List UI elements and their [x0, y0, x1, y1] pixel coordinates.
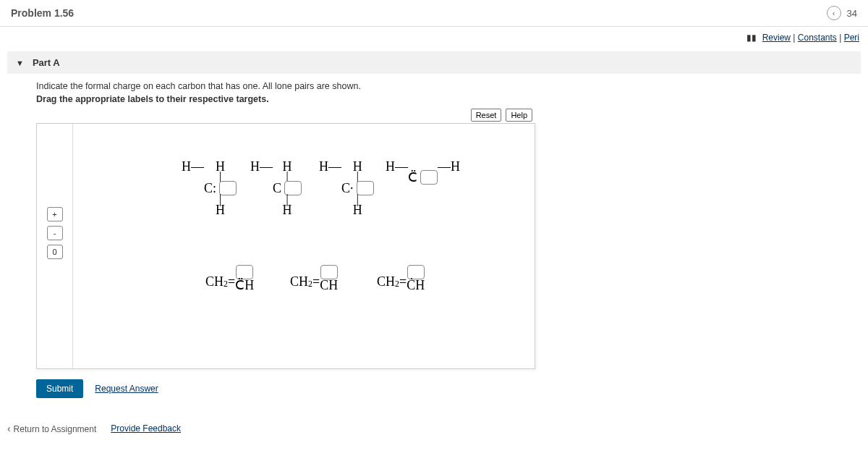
help-button[interactable]: Help — [506, 109, 532, 122]
part-header[interactable]: ▼ Part A — [7, 51, 861, 74]
reset-button[interactable]: Reset — [471, 109, 502, 122]
label-minus[interactable]: - — [47, 226, 63, 240]
target-7[interactable] — [407, 265, 425, 279]
prev-arrow[interactable]: ‹ — [827, 6, 841, 20]
canvas[interactable]: H— H | C: | H H— H | C | H — [73, 124, 535, 368]
submit-button[interactable]: Submit — [36, 379, 83, 398]
target-6[interactable] — [320, 265, 338, 279]
target-4[interactable] — [420, 170, 438, 185]
part-label: Part A — [33, 57, 60, 68]
mol-5: CH2= C̈H — [205, 265, 254, 290]
feedback-link[interactable]: Provide Feedback — [111, 423, 181, 434]
constants-link[interactable]: Constants — [798, 33, 837, 43]
chevron-down-icon: ▼ — [16, 59, 24, 67]
mol-2: H— H | C | H — [250, 160, 302, 216]
review-link[interactable]: Review — [762, 33, 791, 43]
mol-6: CH2= CH — [290, 265, 338, 290]
target-1[interactable] — [219, 181, 237, 195]
workspace: + - 0 H— H | C: | H H— H | — [36, 123, 535, 369]
label-plus[interactable]: + — [47, 207, 63, 221]
mol-3: H— H | C· | H — [319, 160, 374, 216]
request-answer-link[interactable]: Request Answer — [95, 384, 158, 394]
label-zero[interactable]: 0 — [47, 245, 63, 259]
target-3[interactable] — [357, 181, 374, 195]
return-link[interactable]: Return to Assignment — [7, 423, 96, 434]
mol-7: CH2= ĊH — [377, 265, 425, 290]
page-title: Problem 1.56 — [11, 7, 74, 19]
mol-4: H— C̈ —H — [386, 160, 460, 195]
top-links: ▮▮ Review | Constants | Peri — [0, 27, 868, 48]
problem-number: 34 — [847, 8, 857, 19]
flag-icon: ▮▮ — [746, 33, 757, 43]
target-5[interactable] — [236, 265, 253, 279]
mol-1: H— H | C: | H — [182, 160, 237, 216]
label-palette: + - 0 — [37, 124, 73, 368]
periodic-link[interactable]: Peri — [844, 33, 859, 43]
instructions: Indicate the formal charge on each carbo… — [36, 81, 861, 104]
